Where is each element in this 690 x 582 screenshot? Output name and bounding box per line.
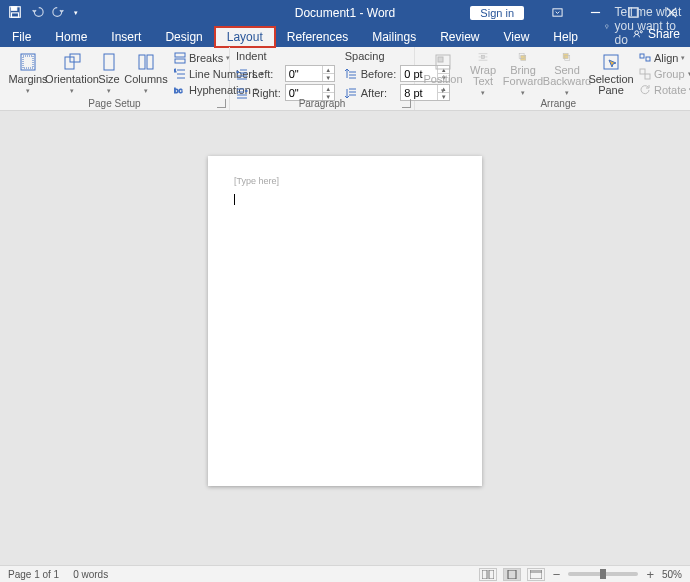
svg-rect-18	[139, 55, 145, 69]
svg-rect-53	[640, 54, 644, 58]
word-count[interactable]: 0 words	[73, 569, 108, 580]
tab-help[interactable]: Help	[541, 27, 590, 47]
spacing-before-label: Before:	[361, 68, 396, 80]
wrap-text-icon	[473, 52, 493, 63]
wrap-text-button: Wrap Text▾	[465, 50, 501, 98]
columns-button[interactable]: Columns▾	[124, 50, 168, 98]
svg-rect-54	[646, 57, 650, 61]
margins-label: Margins	[8, 74, 47, 85]
tab-mailings[interactable]: Mailings	[360, 27, 428, 47]
orientation-label: Orientation	[45, 74, 99, 85]
send-backward-icon	[557, 52, 577, 63]
ribbon-tabs: File Home Insert Design Layout Reference…	[0, 25, 690, 47]
bring-forward-icon	[513, 52, 533, 63]
indent-head: Indent	[236, 50, 335, 62]
zoom-slider-thumb[interactable]	[600, 569, 606, 579]
lightbulb-icon	[604, 21, 610, 32]
svg-rect-19	[147, 55, 153, 69]
indent-left-label: Left:	[252, 68, 281, 80]
tab-file[interactable]: File	[0, 27, 43, 47]
size-icon	[99, 52, 119, 72]
paragraph-dialog-launcher[interactable]	[402, 99, 411, 108]
group-paragraph: Indent Left: ▲▼ Right: ▲▼ Spacing Before…	[230, 47, 415, 110]
indent-right-label: Right:	[252, 87, 281, 99]
align-icon	[639, 52, 651, 64]
document-page[interactable]: [Type here]	[208, 156, 482, 486]
svg-point-12	[640, 30, 642, 32]
margins-icon	[18, 52, 38, 72]
read-mode-button[interactable]	[479, 568, 497, 581]
page-setup-group-label: Page Setup	[6, 98, 223, 110]
share-button[interactable]: Share	[633, 27, 680, 41]
indent-left-input[interactable]: ▲▼	[285, 65, 335, 82]
zoom-out-button[interactable]: −	[551, 568, 563, 581]
print-layout-button[interactable]	[503, 568, 521, 581]
position-button: Position▾	[421, 50, 465, 98]
type-here-placeholder: [Type here]	[234, 176, 456, 186]
save-icon[interactable]	[8, 5, 22, 21]
svg-text:bc: bc	[174, 86, 182, 95]
svg-rect-58	[489, 570, 494, 579]
share-icon	[633, 29, 644, 40]
group-button: Group ▾	[637, 67, 690, 81]
orientation-button[interactable]: Orientation▾	[50, 50, 94, 98]
paragraph-group-label: Paragraph	[236, 98, 408, 110]
svg-rect-43	[481, 55, 484, 58]
size-button[interactable]: Size▾	[94, 50, 124, 98]
spacing-before-icon	[345, 68, 357, 80]
zoom-in-button[interactable]: +	[644, 568, 656, 581]
zoom-percent[interactable]: 50%	[662, 569, 682, 580]
breaks-icon	[174, 52, 186, 64]
spacing-after-icon	[345, 87, 357, 99]
arrange-group-label: Arrange	[421, 98, 690, 110]
selection-pane-button[interactable]: Selection Pane	[589, 50, 633, 98]
tab-design[interactable]: Design	[153, 27, 214, 47]
orientation-icon	[62, 52, 82, 72]
qat-customize-icon[interactable]: ▾	[74, 9, 78, 17]
position-icon	[433, 52, 453, 72]
svg-rect-57	[482, 570, 487, 579]
size-label: Size	[98, 74, 119, 85]
margins-button[interactable]: Margins▾	[6, 50, 50, 98]
tab-home[interactable]: Home	[43, 27, 99, 47]
group-page-setup: Margins▾ Orientation▾ Size▾ Columns▾ Bre…	[0, 47, 230, 110]
svg-rect-16	[70, 54, 80, 62]
hyphenation-icon: bc	[174, 84, 186, 96]
svg-rect-21	[175, 59, 185, 63]
rotate-icon	[639, 84, 651, 96]
svg-rect-50	[563, 54, 568, 59]
tab-layout[interactable]: Layout	[215, 27, 275, 47]
tab-review[interactable]: Review	[428, 27, 491, 47]
undo-icon[interactable]	[30, 5, 44, 21]
tab-insert[interactable]: Insert	[99, 27, 153, 47]
redo-icon[interactable]	[52, 5, 66, 21]
page-setup-dialog-launcher[interactable]	[217, 99, 226, 108]
svg-text:1: 1	[174, 68, 177, 73]
align-button[interactable]: Align ▾	[637, 51, 690, 65]
page-info[interactable]: Page 1 of 1	[8, 569, 59, 580]
ribbon: Margins▾ Orientation▾ Size▾ Columns▾ Bre…	[0, 47, 690, 111]
titlebar: ▾ Document1 - Word Sign in	[0, 0, 690, 25]
indent-right-icon	[236, 87, 248, 99]
svg-rect-56	[645, 74, 650, 79]
svg-rect-20	[175, 53, 185, 57]
indent-left-icon	[236, 68, 248, 80]
group-arrange: Position▾ Wrap Text▾ Bring Forward▾ Send…	[415, 47, 690, 110]
svg-rect-48	[521, 55, 526, 60]
tab-references[interactable]: References	[275, 27, 360, 47]
tab-view[interactable]: View	[492, 27, 542, 47]
columns-icon	[136, 52, 156, 72]
svg-rect-1	[12, 6, 17, 10]
selection-pane-icon	[601, 52, 621, 72]
document-workspace[interactable]: [Type here]	[0, 111, 690, 565]
zoom-slider[interactable]	[568, 572, 638, 576]
share-label: Share	[648, 27, 680, 41]
svg-point-11	[635, 30, 639, 34]
svg-point-8	[605, 24, 608, 27]
svg-rect-14	[23, 56, 33, 68]
spacing-after-label: After:	[361, 87, 396, 99]
svg-rect-59	[508, 570, 516, 579]
sign-in-button[interactable]: Sign in	[470, 6, 524, 20]
web-layout-button[interactable]	[527, 568, 545, 581]
ribbon-display-icon[interactable]	[538, 0, 576, 25]
